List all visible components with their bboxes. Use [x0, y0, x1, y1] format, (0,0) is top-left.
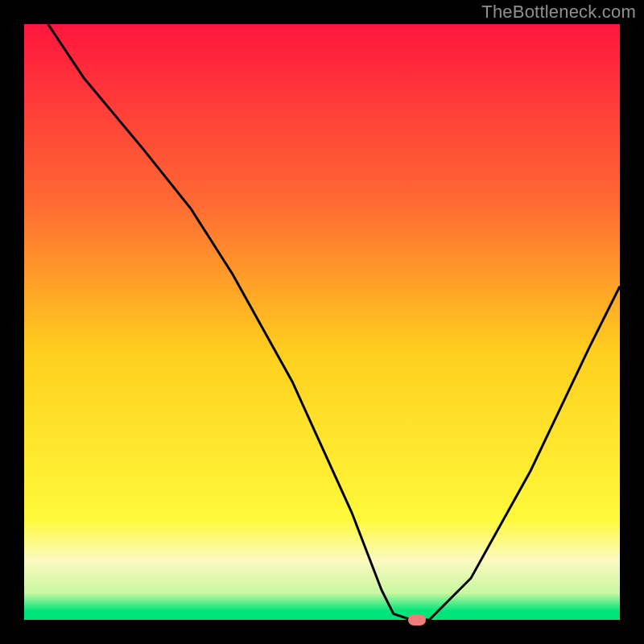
optimum-indicator: [408, 614, 426, 625]
bottleneck-chart-svg: [24, 24, 620, 620]
chart-stage: TheBottleneck.com: [0, 0, 644, 644]
plot-area: [24, 24, 620, 620]
attribution-text: TheBottleneck.com: [481, 2, 636, 23]
